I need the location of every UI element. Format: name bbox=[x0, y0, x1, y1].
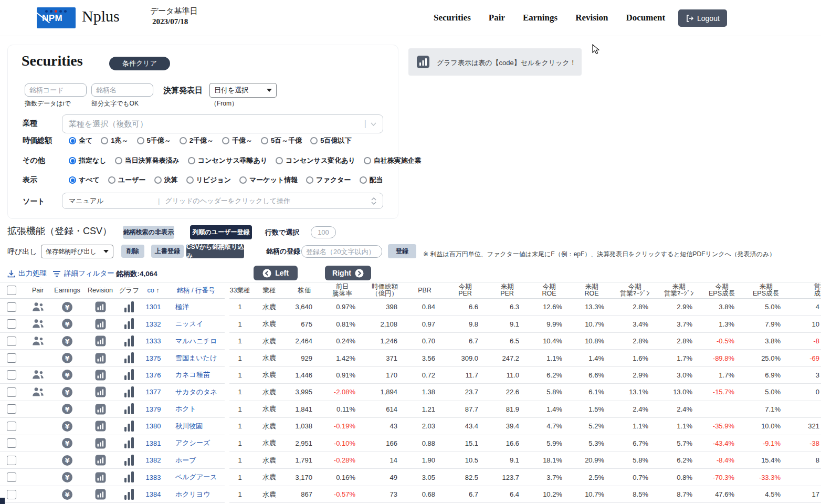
row-checkbox[interactable] bbox=[7, 490, 16, 499]
row-checkbox[interactable] bbox=[7, 404, 16, 414]
earnings-cell[interactable]: ¥ bbox=[52, 421, 82, 432]
radio-icon[interactable] bbox=[310, 137, 318, 144]
code-cell[interactable]: 1301 bbox=[140, 303, 167, 311]
row-checkbox[interactable] bbox=[7, 337, 16, 346]
saved-stocks-select[interactable]: 保存銘柄呼び出し bbox=[41, 245, 113, 258]
earnings-cell[interactable]: ¥ bbox=[52, 471, 82, 483]
radio-icon[interactable] bbox=[188, 157, 195, 164]
code-cell[interactable]: 1375 bbox=[140, 354, 167, 362]
radio-option[interactable]: 全て bbox=[69, 136, 92, 145]
hide-search-button[interactable]: 銘柄検索の非表示 bbox=[123, 226, 174, 239]
radio-option[interactable]: 5百億以下 bbox=[310, 136, 351, 145]
radio-icon[interactable] bbox=[276, 157, 283, 164]
register-button[interactable]: 登録 bbox=[388, 244, 416, 258]
nav-item-revision[interactable]: Revision bbox=[575, 13, 608, 23]
earnings-cell[interactable]: ¥ bbox=[52, 369, 82, 381]
name-cell[interactable]: 極洋 bbox=[167, 302, 225, 312]
pair-cell[interactable] bbox=[23, 319, 52, 329]
radio-icon[interactable] bbox=[115, 157, 122, 164]
column-header[interactable]: 来期営業ﾏｰｼﾞﾝ bbox=[657, 284, 701, 297]
code-cell[interactable]: 1377 bbox=[140, 388, 167, 396]
delete-button[interactable]: 削除 bbox=[121, 245, 144, 258]
revision-cell[interactable] bbox=[82, 301, 119, 312]
code-cell[interactable]: 1333 bbox=[140, 337, 167, 345]
name-cell[interactable]: アクシーズ bbox=[167, 438, 225, 448]
row-checkbox[interactable] bbox=[7, 370, 16, 380]
earnings-cell[interactable]: ¥ bbox=[52, 403, 82, 415]
radio-option[interactable]: 配当 bbox=[360, 175, 383, 185]
radio-icon[interactable] bbox=[261, 137, 268, 144]
pair-cell[interactable] bbox=[23, 387, 52, 397]
graph-cell[interactable] bbox=[119, 301, 140, 313]
name-cell[interactable]: ホーブ bbox=[167, 456, 225, 465]
graph-cell[interactable] bbox=[119, 318, 140, 330]
earnings-cell[interactable]: ¥ bbox=[52, 489, 82, 500]
scroll-left-button[interactable]: Left bbox=[254, 266, 298, 280]
radio-option[interactable]: すべて bbox=[69, 175, 100, 185]
graph-cell[interactable] bbox=[119, 335, 140, 347]
radio-icon[interactable] bbox=[154, 176, 162, 184]
code-cell[interactable]: 1380 bbox=[140, 422, 167, 430]
column-header-pair[interactable]: Pair bbox=[23, 287, 52, 294]
name-cell[interactable]: マルハニチロ bbox=[167, 337, 225, 346]
radio-option[interactable]: 自社株実施企業 bbox=[364, 156, 422, 165]
earnings-cell[interactable]: ¥ bbox=[52, 455, 82, 466]
radio-icon[interactable] bbox=[69, 137, 76, 144]
nav-item-pair[interactable]: Pair bbox=[489, 13, 505, 23]
column-header[interactable]: 今期ROE bbox=[528, 284, 571, 297]
column-header-code[interactable]: co ↑ bbox=[140, 287, 167, 294]
column-header[interactable]: 時価総額（億円） bbox=[364, 284, 406, 297]
overwrite-button[interactable]: 上書登録 bbox=[151, 245, 184, 258]
code-cell[interactable]: 1383 bbox=[140, 474, 167, 481]
radio-icon[interactable] bbox=[180, 137, 187, 144]
register-name-input[interactable] bbox=[301, 245, 382, 258]
revision-cell[interactable] bbox=[82, 438, 119, 449]
earnings-cell[interactable]: ¥ bbox=[52, 335, 82, 347]
row-checkbox[interactable] bbox=[7, 319, 16, 329]
name-cell[interactable]: ホクト bbox=[167, 404, 225, 414]
radio-icon[interactable] bbox=[101, 137, 108, 144]
pair-cell[interactable] bbox=[23, 370, 52, 380]
radio-icon[interactable] bbox=[222, 137, 229, 144]
export-button[interactable]: 出力処理 bbox=[7, 269, 47, 278]
row-checkbox[interactable] bbox=[7, 456, 16, 465]
name-cell[interactable]: ニッスイ bbox=[167, 319, 225, 329]
code-cell[interactable]: 1376 bbox=[140, 371, 167, 379]
radio-icon[interactable] bbox=[239, 176, 247, 184]
industry-select[interactable]: 業種を選択（複数可） | bbox=[62, 114, 383, 133]
code-cell[interactable]: 1381 bbox=[140, 439, 167, 447]
row-checkbox[interactable] bbox=[7, 387, 16, 397]
radio-option[interactable]: 決算 bbox=[154, 175, 178, 185]
name-cell[interactable]: ベルグアース bbox=[167, 472, 225, 482]
radio-option[interactable]: 5百～千億 bbox=[261, 136, 302, 145]
revision-cell[interactable] bbox=[82, 489, 119, 500]
earnings-cell[interactable]: ¥ bbox=[52, 437, 82, 449]
earnings-date-select[interactable]: 日付を選択 bbox=[209, 83, 277, 98]
column-header[interactable]: 株価 bbox=[288, 287, 321, 294]
row-checkbox[interactable] bbox=[7, 302, 16, 312]
detail-filter-button[interactable]: 詳細フィルター bbox=[52, 269, 114, 278]
column-header[interactable]: 来期EPS成長 bbox=[743, 284, 789, 297]
graph-cell[interactable] bbox=[119, 403, 140, 415]
radio-option[interactable]: 5千億～ bbox=[137, 136, 171, 145]
revision-cell[interactable] bbox=[82, 455, 119, 466]
csv-import-button[interactable]: CSVから銘柄取り込み bbox=[186, 244, 244, 258]
revision-cell[interactable] bbox=[82, 370, 119, 381]
column-header[interactable]: 営業成長 bbox=[789, 284, 821, 297]
graph-cell[interactable] bbox=[119, 455, 140, 466]
graph-cell[interactable] bbox=[119, 386, 140, 398]
column-header[interactable]: PBR bbox=[406, 287, 444, 294]
stock-code-input[interactable] bbox=[25, 83, 87, 97]
earnings-cell[interactable]: ¥ bbox=[52, 301, 82, 313]
column-header[interactable]: 今期PER bbox=[444, 284, 487, 297]
radio-icon[interactable] bbox=[137, 137, 144, 144]
row-checkbox[interactable] bbox=[7, 353, 16, 363]
radio-icon[interactable] bbox=[306, 176, 313, 184]
scroll-right-button[interactable]: Right bbox=[325, 266, 371, 280]
radio-icon[interactable] bbox=[186, 176, 194, 184]
pair-cell[interactable] bbox=[23, 302, 52, 312]
graph-cell[interactable] bbox=[119, 369, 140, 381]
row-checkbox[interactable] bbox=[7, 438, 16, 448]
column-header[interactable]: 33業種 bbox=[229, 287, 250, 294]
revision-cell[interactable] bbox=[82, 353, 119, 364]
